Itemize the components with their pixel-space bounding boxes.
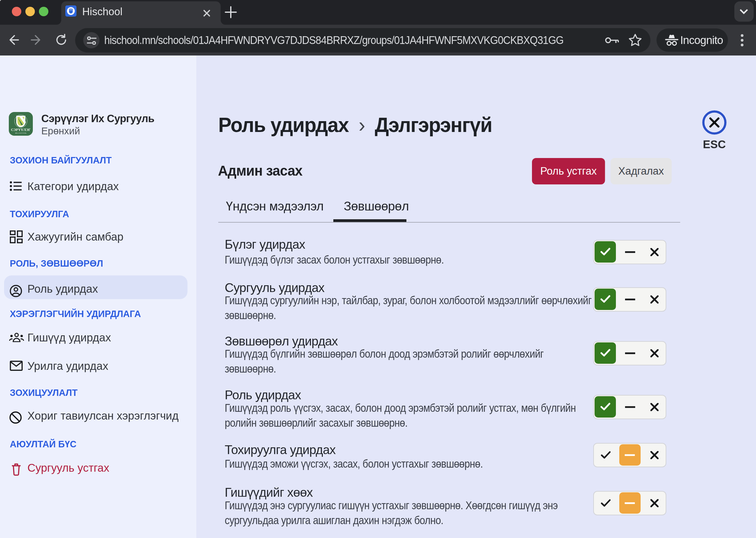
svg-text:СЭРҮҮЛЭГ: СЭРҮҮЛЭГ: [11, 128, 31, 132]
svg-text:ИХ СУРГУУЛЬ: ИХ СУРГУУЛЬ: [15, 132, 27, 134]
